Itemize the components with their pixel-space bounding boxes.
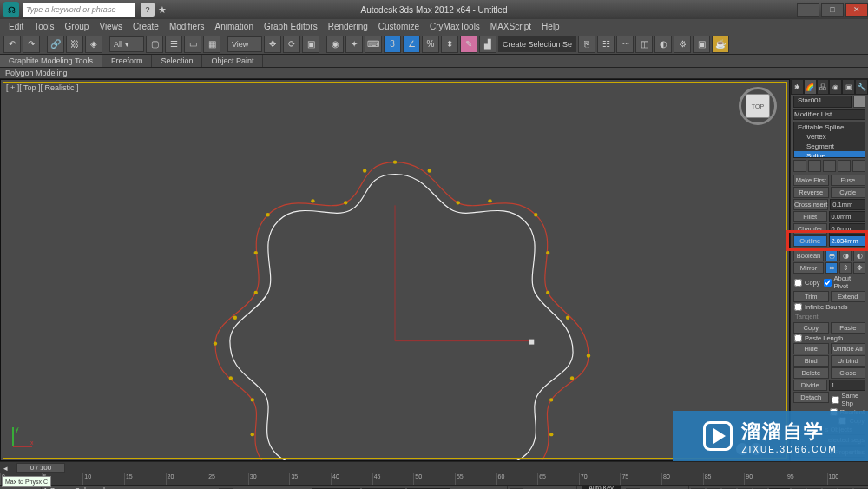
fuse-button[interactable]: Fuse: [831, 175, 866, 186]
chamfer-value[interactable]: 0.0mm: [829, 223, 866, 235]
pin-stack-icon[interactable]: [793, 160, 806, 172]
cmd-tab-utilities-icon[interactable]: 🔧: [855, 79, 868, 95]
extend-button[interactable]: Extend: [831, 291, 866, 302]
timeline-ruler[interactable]: 0510152025303540455055606570758085909510…: [0, 473, 868, 486]
boolean-sub-icon[interactable]: ◑: [839, 250, 852, 261]
material-editor-icon[interactable]: ◐: [654, 36, 672, 53]
align-icon[interactable]: ⎘: [578, 36, 595, 53]
edit-named-sel-icon[interactable]: ✎: [460, 36, 477, 53]
about-pivot-check[interactable]: About Pivot: [823, 274, 865, 290]
snap-toggle-icon[interactable]: 3: [384, 36, 401, 53]
app-logo-icon[interactable]: ☊: [3, 2, 19, 17]
menu-modifiers[interactable]: Modifiers: [164, 22, 210, 31]
mirror-icon[interactable]: ▟: [479, 36, 496, 53]
chamfer-button[interactable]: Chamfer: [793, 223, 827, 235]
reverse-button[interactable]: Reverse: [793, 187, 829, 198]
help-badge-icon[interactable]: ?: [141, 3, 155, 17]
object-color-swatch[interactable]: [853, 96, 865, 108]
show-end-result-icon[interactable]: [808, 160, 821, 172]
make-unique-icon[interactable]: [823, 160, 836, 172]
object-name-input[interactable]: Star001: [793, 96, 852, 108]
unhide-all-button[interactable]: Unhide All: [831, 343, 866, 354]
stack-segment[interactable]: Segment: [794, 142, 865, 151]
trim-button[interactable]: Trim: [793, 291, 829, 302]
tab-selection[interactable]: Selection: [152, 55, 202, 67]
fillet-button[interactable]: Fillet: [793, 211, 827, 222]
tab-freeform[interactable]: Freeform: [102, 55, 153, 67]
manipulate-icon[interactable]: ✦: [345, 36, 363, 53]
tangent-paste-button[interactable]: Paste: [831, 322, 866, 334]
unlink-icon[interactable]: ⛓: [66, 36, 83, 53]
tab-objectpaint[interactable]: Object Paint: [202, 55, 263, 67]
render-icon[interactable]: ☕: [712, 36, 729, 53]
undo-icon[interactable]: ↶: [3, 36, 21, 53]
time-slider[interactable]: ◂ 0 / 100: [0, 461, 868, 473]
ribbon-panel-label[interactable]: Polygon Modeling: [0, 68, 868, 79]
mirror-h-icon[interactable]: ⇔: [825, 262, 838, 274]
delete-button[interactable]: Delete: [793, 367, 829, 379]
select-name-icon[interactable]: ☰: [165, 36, 182, 53]
cmd-tab-display-icon[interactable]: ▣: [842, 79, 855, 95]
spinner-snap-icon[interactable]: ⬍: [441, 36, 458, 53]
favorite-icon[interactable]: ★: [158, 4, 167, 16]
pivot-center-icon[interactable]: ◉: [326, 36, 344, 53]
menu-group[interactable]: Group: [60, 22, 95, 31]
render-setup-icon[interactable]: ⚙: [674, 36, 691, 53]
tangent-copy-button[interactable]: Copy: [793, 322, 829, 334]
cmd-tab-modify-icon[interactable]: 🌈: [804, 79, 817, 95]
cmd-tab-hierarchy-icon[interactable]: 品: [817, 79, 830, 95]
close-button[interactable]: ✕: [845, 3, 868, 17]
menu-views[interactable]: Views: [94, 22, 128, 31]
divide-button[interactable]: Divide: [793, 380, 827, 391]
menu-rendering[interactable]: Rendering: [323, 22, 373, 31]
cycle-button[interactable]: Cycle: [831, 187, 866, 198]
remove-modifier-icon[interactable]: [838, 160, 851, 172]
menu-tools[interactable]: Tools: [29, 22, 59, 31]
fillet-value[interactable]: 0.0mm: [829, 211, 866, 222]
bind-space-icon[interactable]: ◈: [85, 36, 102, 53]
link-icon[interactable]: 🔗: [47, 36, 64, 53]
menu-create[interactable]: Create: [128, 22, 164, 31]
menu-edit[interactable]: Edit: [3, 22, 29, 31]
cmd-tab-create-icon[interactable]: ✱: [791, 79, 804, 95]
named-selection-dropdown[interactable]: Create Selection Se: [498, 36, 576, 52]
same-shape-check[interactable]: Same Shp: [831, 392, 866, 407]
menu-maxscript[interactable]: MAXScript: [485, 22, 536, 31]
stack-spline[interactable]: Spline: [794, 151, 865, 158]
keyboard-shortcut-icon[interactable]: ⌨: [365, 36, 382, 53]
viewport-label[interactable]: [ + ][ Top ][ Realistic ]: [6, 83, 79, 92]
window-crossing-icon[interactable]: ▦: [203, 36, 220, 53]
select-icon[interactable]: ▢: [146, 36, 163, 53]
menu-crymaxtools[interactable]: CryMaxTools: [424, 22, 485, 31]
boolean-button[interactable]: Boolean: [793, 250, 824, 261]
time-slider-thumb[interactable]: 0 / 100: [16, 463, 65, 473]
menu-graph-editors[interactable]: Graph Editors: [259, 22, 323, 31]
stack-vertex[interactable]: Vertex: [794, 132, 865, 142]
crossinsert-value[interactable]: 0.1mm: [830, 199, 865, 210]
menu-customize[interactable]: Customize: [373, 22, 424, 31]
detach-button[interactable]: Detach: [793, 392, 829, 403]
select-region-icon[interactable]: ▭: [184, 36, 201, 53]
outline-button[interactable]: Outline: [793, 235, 827, 247]
percent-snap-icon[interactable]: %: [422, 36, 439, 53]
render-frame-icon[interactable]: ▣: [693, 36, 710, 53]
viewcube[interactable]: TOP: [739, 87, 777, 125]
stack-editable-spline[interactable]: Editable Spline: [794, 122, 865, 132]
angle-snap-icon[interactable]: ∠: [403, 36, 420, 53]
minimize-button[interactable]: ─: [797, 3, 819, 17]
paste-length-check[interactable]: Paste Length: [793, 334, 844, 342]
search-input[interactable]: Type a keyword or phrase: [23, 3, 135, 17]
mirror-both-icon[interactable]: ✥: [853, 262, 865, 274]
cmd-tab-motion-icon[interactable]: ◉: [829, 79, 842, 95]
redo-icon[interactable]: ↷: [23, 36, 40, 53]
curve-editor-icon[interactable]: 〰: [616, 36, 634, 53]
mirror-copy-check[interactable]: Copy: [793, 274, 821, 290]
menu-help[interactable]: Help: [536, 22, 565, 31]
close-spline-button[interactable]: Close: [831, 367, 866, 379]
hide-button[interactable]: Hide: [793, 343, 829, 354]
bind-button[interactable]: Bind: [793, 355, 829, 367]
ref-coord-dropdown[interactable]: View: [227, 36, 262, 52]
rotate-icon[interactable]: ⟳: [283, 36, 300, 53]
modifier-list-dropdown[interactable]: Modifier List: [793, 109, 865, 120]
crossinsert-button[interactable]: CrossInsert: [793, 199, 828, 210]
